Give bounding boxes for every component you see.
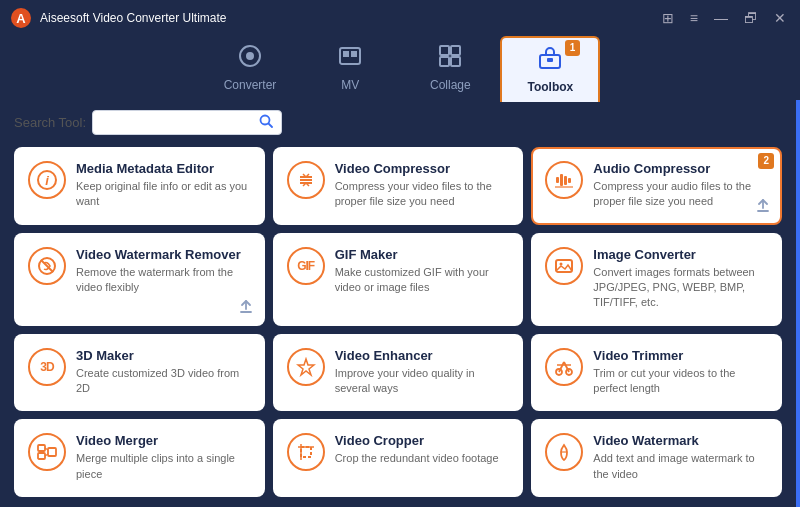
- tool-name: Video Merger: [76, 433, 251, 448]
- search-button[interactable]: [259, 114, 273, 131]
- mv-label: MV: [341, 78, 359, 92]
- tool-icon-image-converter: [545, 247, 583, 285]
- svg-rect-40: [38, 453, 45, 459]
- tool-name: Video Watermark: [593, 433, 768, 448]
- svg-rect-39: [38, 445, 45, 451]
- app-title: Aiseesoft Video Converter Ultimate: [40, 11, 227, 25]
- svg-text:A: A: [16, 11, 26, 26]
- tool-name: Media Metadata Editor: [76, 161, 251, 176]
- main-content: Search Tool: i Media Metadata Editor Kee…: [0, 100, 796, 507]
- tools-grid: i Media Metadata Editor Keep original fi…: [0, 141, 796, 507]
- menu-btn[interactable]: ≡: [686, 9, 702, 27]
- tool-info-media-metadata-editor: Media Metadata Editor Keep original file…: [76, 161, 251, 210]
- tool-desc: Compress your audio files to the proper …: [593, 179, 768, 210]
- tool-info-video-trimmer: Video Trimmer Trim or cut your videos to…: [593, 348, 768, 397]
- svg-rect-12: [547, 58, 553, 62]
- collage-icon: [438, 44, 462, 74]
- svg-rect-9: [440, 57, 449, 66]
- minimize-btn[interactable]: —: [710, 9, 732, 27]
- tool-name: Video Compressor: [335, 161, 510, 176]
- tool-card-video-merger[interactable]: Video Merger Merge multiple clips into a…: [14, 419, 265, 497]
- svg-point-3: [246, 52, 254, 60]
- tool-icon-gif-maker: GIF: [287, 247, 325, 285]
- grid-btn[interactable]: ⊞: [658, 9, 678, 27]
- svg-rect-31: [556, 260, 572, 272]
- converter-icon: [238, 44, 262, 74]
- maximize-btn[interactable]: 🗗: [740, 9, 762, 27]
- tool-info-audio-compressor: Audio Compressor Compress your audio fil…: [593, 161, 768, 210]
- toolbox-icon: [538, 46, 562, 76]
- tool-card-video-watermark-remover[interactable]: Video Watermark Remover Remove the water…: [14, 233, 265, 326]
- tool-info-image-converter: Image Converter Convert images formats b…: [593, 247, 768, 311]
- svg-rect-7: [440, 46, 449, 55]
- svg-rect-41: [48, 448, 56, 456]
- tool-desc: Trim or cut your videos to the perfect l…: [593, 366, 768, 397]
- tab-collage[interactable]: Collage: [400, 36, 500, 100]
- search-bar: Search Tool:: [0, 100, 796, 141]
- svg-rect-20: [556, 177, 559, 183]
- tool-info-video-merger: Video Merger Merge multiple clips into a…: [76, 433, 251, 482]
- tool-name: Video Cropper: [335, 433, 510, 448]
- toolbox-badge: 1: [565, 40, 581, 56]
- svg-line-14: [269, 124, 273, 128]
- svg-rect-6: [351, 51, 357, 57]
- tool-info-gif-maker: GIF Maker Make customized GIF with your …: [335, 247, 510, 296]
- tool-name: Video Enhancer: [335, 348, 510, 363]
- tool-card-gif-maker[interactable]: GIF GIF Maker Make customized GIF with y…: [273, 233, 524, 326]
- tool-card-video-cropper[interactable]: Video Cropper Crop the redundant video f…: [273, 419, 524, 497]
- tool-icon-video-enhancer: [287, 348, 325, 386]
- toolbox-label: Toolbox: [527, 80, 573, 94]
- svg-rect-44: [301, 447, 311, 457]
- tool-icon-video-merger: [28, 433, 66, 471]
- tab-converter[interactable]: Converter: [200, 36, 301, 100]
- tab-toolbox[interactable]: 1 Toolbox: [500, 36, 600, 102]
- title-bar-controls: ⊞ ≡ — 🗗 ✕: [658, 9, 790, 27]
- svg-rect-23: [568, 178, 571, 183]
- tool-card-image-converter[interactable]: Image Converter Convert images formats b…: [531, 233, 782, 326]
- tool-desc: Add text and image watermark to the vide…: [593, 451, 768, 482]
- tool-card-video-compressor[interactable]: Video Compressor Compress your video fil…: [273, 147, 524, 225]
- tool-card-video-watermark[interactable]: Video Watermark Add text and image water…: [531, 419, 782, 497]
- tool-desc: Convert images formats between JPG/JPEG,…: [593, 265, 768, 311]
- tool-icon-video-watermark: [545, 433, 583, 471]
- card-badge: 2: [758, 153, 774, 169]
- tool-name: Image Converter: [593, 247, 768, 262]
- svg-rect-21: [560, 174, 563, 186]
- tool-info-3d-maker: 3D Maker Create customized 3D video from…: [76, 348, 251, 397]
- tool-icon-video-watermark-remover: [28, 247, 66, 285]
- tool-info-video-enhancer: Video Enhancer Improve your video qualit…: [335, 348, 510, 397]
- tool-icon-video-trimmer: [545, 348, 583, 386]
- tool-icon-3d-maker: 3D: [28, 348, 66, 386]
- tool-icon-media-metadata-editor: i: [28, 161, 66, 199]
- tool-name: 3D Maker: [76, 348, 251, 363]
- tool-name: Video Watermark Remover: [76, 247, 251, 262]
- tab-mv[interactable]: MV: [300, 36, 400, 100]
- tool-card-video-trimmer[interactable]: Video Trimmer Trim or cut your videos to…: [531, 334, 782, 412]
- tool-card-audio-compressor[interactable]: 2 Audio Compressor Compress your audio f…: [531, 147, 782, 225]
- tool-desc: Remove the watermark from the video flex…: [76, 265, 251, 296]
- tool-desc: Compress your video files to the proper …: [335, 179, 510, 210]
- title-bar: A Aiseesoft Video Converter Ultimate ⊞ ≡…: [0, 0, 800, 36]
- app-logo: A: [10, 7, 32, 29]
- search-input[interactable]: [101, 116, 259, 130]
- tool-name: Audio Compressor: [593, 161, 768, 176]
- tool-desc: Make customized GIF with your video or i…: [335, 265, 510, 296]
- main-wrapper: Search Tool: i Media Metadata Editor Kee…: [0, 100, 800, 507]
- tool-desc: Keep original file info or edit as you w…: [76, 179, 251, 210]
- search-label: Search Tool:: [14, 115, 86, 130]
- side-accent: [796, 100, 800, 507]
- tool-name: Video Trimmer: [593, 348, 768, 363]
- upload-icon: [239, 299, 253, 316]
- tool-card-video-enhancer[interactable]: Video Enhancer Improve your video qualit…: [273, 334, 524, 412]
- tool-desc: Merge multiple clips into a single piece: [76, 451, 251, 482]
- tool-info-video-cropper: Video Cropper Crop the redundant video f…: [335, 433, 510, 466]
- svg-rect-10: [451, 57, 460, 66]
- tool-card-3d-maker[interactable]: 3D 3D Maker Create customized 3D video f…: [14, 334, 265, 412]
- tool-icon-video-cropper: [287, 433, 325, 471]
- upload-icon: [756, 198, 770, 215]
- tool-info-video-watermark-remover: Video Watermark Remover Remove the water…: [76, 247, 251, 296]
- tool-desc: Create customized 3D video from 2D: [76, 366, 251, 397]
- close-btn[interactable]: ✕: [770, 9, 790, 27]
- tool-desc: Improve your video quality in several wa…: [335, 366, 510, 397]
- tool-card-media-metadata-editor[interactable]: i Media Metadata Editor Keep original fi…: [14, 147, 265, 225]
